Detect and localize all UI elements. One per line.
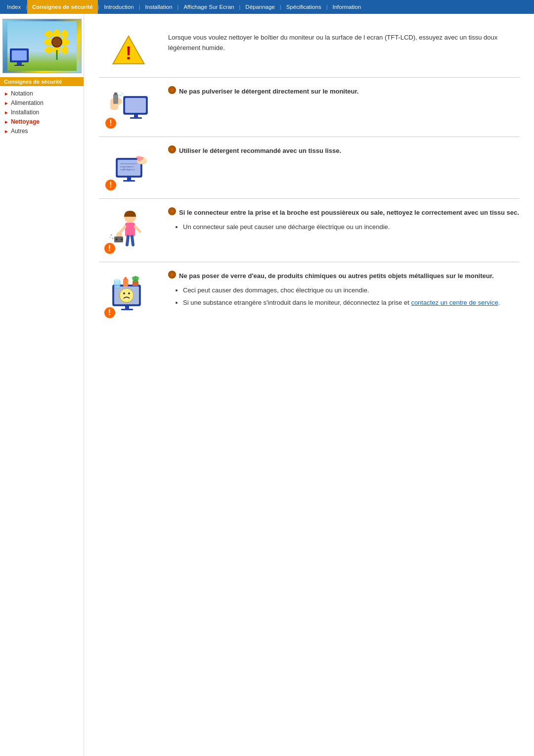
navbar-item-specifications[interactable]: Spécifications — [281, 0, 326, 14]
section-connector: ! Si le connecteur entre la prise et la … — [99, 199, 519, 262]
section-intro: ! Lorsque vous voulez nettoyer le boîtie… — [99, 24, 519, 78]
section-chemicals: ! Ne pas poser de verre d'eau, de produi… — [99, 262, 519, 326]
bullet-icon-4 — [168, 271, 176, 279]
svg-rect-11 — [125, 98, 146, 113]
sidebar-item-autres[interactable]: ► Autres — [0, 127, 84, 136]
navbar-item-introduction[interactable]: Introduction — [99, 0, 139, 14]
svg-rect-42 — [121, 309, 133, 310]
chemicals-bullet-1: Ceci peut causer des dommages, choc élec… — [183, 285, 519, 296]
arrow-icon-autres: ► — [4, 129, 9, 134]
cloth-image: ♪♫ ! — [99, 146, 158, 189]
spray-image: ! — [99, 87, 158, 128]
svg-point-32 — [110, 237, 111, 238]
svg-text:♪♫: ♪♫ — [122, 164, 131, 172]
svg-rect-49 — [123, 279, 128, 286]
spray-text: Ne pas pulveriser le détergent directeme… — [168, 87, 519, 99]
svg-point-48 — [136, 277, 139, 280]
svg-point-38 — [120, 288, 134, 302]
spray-monitor-container: ! — [106, 87, 151, 128]
arrow-icon-alimentation: ► — [4, 100, 9, 106]
cloth-monitor-container: ♪♫ ! — [106, 146, 151, 189]
navbar-item-installation[interactable]: Installation — [140, 0, 178, 14]
exclamation-badge-4: ! — [103, 306, 116, 319]
svg-point-7 — [122, 94, 124, 95]
main-content: ! Lorsque vous voulez nettoyer le boîtie… — [84, 14, 534, 756]
svg-point-8 — [121, 92, 122, 93]
intro-text: Lorsque vous voulez nettoyer le boîtier … — [168, 33, 519, 56]
svg-rect-50 — [125, 277, 127, 280]
connector-image: ! — [99, 208, 158, 253]
svg-point-40 — [128, 292, 130, 294]
chemicals-text: Ne pas poser de verre d'eau, de produits… — [168, 271, 519, 310]
svg-point-39 — [123, 292, 125, 294]
navbar-item-index[interactable]: Index — [2, 0, 26, 14]
svg-point-6 — [119, 94, 121, 96]
connector-bullet-1: Un connecteur sale peut causer une décha… — [183, 222, 519, 233]
navbar-item-depannage[interactable]: Dépannage — [240, 0, 279, 14]
arrow-icon-notation: ► — [4, 91, 9, 96]
svg-point-33 — [112, 238, 113, 239]
connector-container: ! — [105, 208, 152, 253]
connector-text: Si le connecteur entre la prise et la br… — [168, 208, 519, 235]
bullet-icon-1 — [168, 86, 176, 94]
navbar-item-affichage[interactable]: Affichage Sur Ecran — [178, 0, 239, 14]
main-layout: Consignes de sécurité ► Notation ► Alime… — [0, 14, 534, 756]
svg-point-44 — [114, 279, 120, 281]
sidebar-item-installation[interactable]: ► Installation — [0, 108, 84, 117]
svg-line-34 — [127, 236, 128, 245]
service-center-link[interactable]: contactez un centre de service — [411, 299, 498, 306]
sidebar-section-label: Consignes de sécurité — [0, 77, 84, 86]
svg-point-31 — [110, 235, 112, 236]
navbar-item-consignes[interactable]: Consignes de sécurité — [27, 0, 98, 14]
section-spray: ! Ne pas pulveriser le détergent directe… — [99, 78, 519, 137]
svg-line-35 — [132, 236, 133, 245]
sidebar-banner — [2, 19, 82, 73]
svg-rect-4 — [113, 94, 118, 104]
section-cloth: ♪♫ ! Utiliser le détergent recommandé av… — [99, 137, 519, 199]
arrow-icon-installation: ► — [4, 110, 9, 115]
intro-image: ! — [99, 33, 158, 67]
svg-rect-13 — [130, 117, 142, 119]
exclamation-badge-2: ! — [104, 179, 117, 191]
chemicals-image: ! — [99, 271, 158, 317]
svg-point-29 — [116, 238, 118, 240]
svg-rect-5 — [114, 93, 117, 95]
warning-triangle-icon: ! — [111, 33, 146, 67]
connector-bullets: Un connecteur sale peut causer une décha… — [183, 222, 519, 233]
cloth-text: Utiliser le détergent recommandé avec un… — [168, 146, 519, 158]
svg-rect-21 — [123, 180, 135, 182]
svg-text:!: ! — [126, 43, 132, 63]
chemicals-bullets: Ceci peut causer des dommages, choc élec… — [183, 285, 519, 308]
chemicals-bullet-2: Si une substance etrangère s'introduit d… — [183, 298, 519, 308]
svg-line-26 — [135, 227, 140, 232]
svg-point-47 — [132, 277, 135, 280]
sidebar: Consignes de sécurité ► Notation ► Alime… — [0, 14, 84, 756]
svg-rect-43 — [114, 280, 120, 288]
bullet-icon-3 — [168, 207, 176, 215]
exclamation-badge-3: ! — [103, 242, 116, 255]
navbar: Index | Consignes de sécurité | Introduc… — [0, 0, 534, 14]
arrow-icon-nettoyage: ► — [4, 119, 9, 125]
svg-rect-24 — [125, 223, 135, 236]
exclamation-badge-1: ! — [104, 117, 117, 130]
sidebar-item-nettoyage[interactable]: ► Nettoyage — [0, 117, 84, 126]
chemicals-container: ! — [105, 271, 152, 317]
sidebar-item-notation[interactable]: ► Notation — [0, 89, 84, 98]
bullet-icon-2 — [168, 145, 176, 153]
sidebar-item-alimentation[interactable]: ► Alimentation — [0, 98, 84, 107]
navbar-item-information[interactable]: Information — [328, 0, 366, 14]
svg-point-30 — [121, 238, 123, 240]
